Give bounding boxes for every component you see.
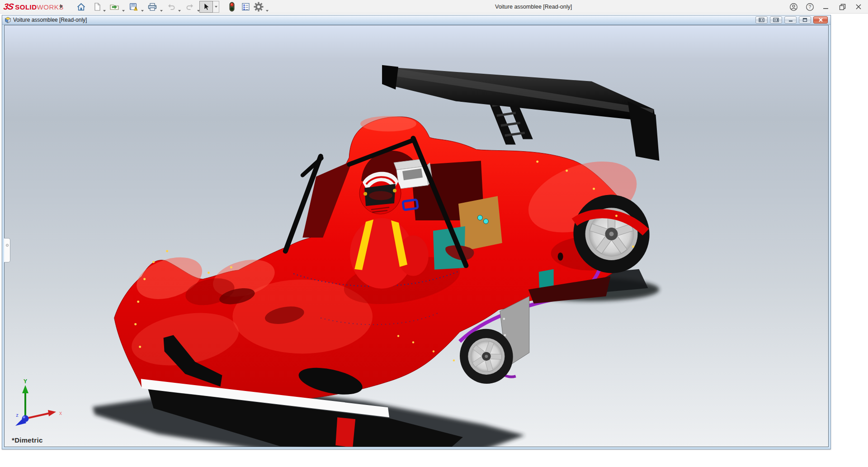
close-icon (818, 18, 823, 22)
solidworks-logo: 3S SOLID WORKS (4, 1, 64, 12)
print-icon (147, 2, 157, 11)
save-dropdown-arrow-icon[interactable] (141, 5, 144, 14)
toolbar-flyout-arrow-icon[interactable] (60, 4, 63, 9)
triad-x-label: x (59, 410, 62, 416)
help-button[interactable]: ? (802, 1, 817, 13)
account-button[interactable] (786, 1, 801, 13)
undo-dropdown-arrow-icon[interactable] (178, 5, 181, 14)
document-minimize-button[interactable] (784, 16, 797, 24)
save-button[interactable] (127, 1, 139, 12)
document-titlebar[interactable]: Voiture assomblee [Read-only] (2, 15, 830, 25)
rebuild-button[interactable] (226, 1, 238, 12)
gear-icon (254, 2, 264, 12)
redo-button[interactable] (184, 1, 196, 12)
assembly-document-icon (5, 17, 11, 24)
open-button[interactable] (108, 1, 120, 12)
pane-right-button[interactable] (770, 16, 782, 24)
document-restore-button[interactable] (799, 16, 811, 24)
undo-button[interactable] (165, 1, 177, 12)
restore-button[interactable] (835, 1, 850, 13)
minimize-icon (788, 18, 793, 22)
document-close-button[interactable] (813, 16, 828, 24)
home-icon (76, 2, 86, 12)
select-cursor-icon (202, 2, 210, 11)
svg-text:?: ? (808, 5, 811, 10)
file-properties-button[interactable] (240, 1, 251, 12)
minimize-button[interactable] (818, 1, 834, 13)
new-document-button[interactable] (91, 1, 103, 12)
pane-left-button[interactable] (755, 16, 768, 24)
triad-z-label: z (16, 412, 19, 418)
close-button[interactable] (851, 1, 866, 13)
undo-icon (166, 2, 176, 11)
new-document-icon (93, 2, 102, 11)
orientation-triad: Y x z (12, 378, 66, 428)
brand-solid-text: SOLID (15, 3, 37, 11)
select-tool-button[interactable] (199, 1, 213, 13)
feature-manager-collapsed-tab[interactable] (4, 238, 10, 262)
view-orientation-label: *Dimetric (12, 436, 43, 444)
account-icon (789, 3, 798, 11)
brand-works-text: WORKS (37, 3, 64, 11)
print-dropdown-arrow-icon[interactable] (160, 5, 163, 14)
close-icon (855, 4, 862, 10)
graphics-area[interactable]: Y x z *Dimetric (4, 25, 829, 447)
open-dropdown-arrow-icon[interactable] (122, 5, 125, 14)
app-titlebar[interactable]: 3S SOLID WORKS (0, 0, 868, 14)
solidworks-3ds-mark-icon: 3S (3, 2, 14, 12)
file-properties-icon (241, 2, 250, 11)
help-icon: ? (806, 3, 814, 11)
options-button[interactable] (253, 1, 264, 12)
car-3d-model (5, 25, 828, 447)
redo-icon (185, 2, 195, 11)
home-button[interactable] (75, 1, 87, 12)
pane-left-icon (759, 18, 764, 22)
window-title: Voiture assomblee [Read-only] (495, 4, 572, 10)
minimize-icon (823, 4, 829, 10)
restore-icon (839, 4, 846, 10)
restore-icon (802, 18, 807, 22)
traffic-light-icon (229, 2, 235, 12)
pane-tab-handle-icon (6, 244, 9, 247)
new-dropdown-arrow-icon[interactable] (103, 5, 106, 14)
save-floppy-icon (129, 2, 138, 12)
options-dropdown-arrow-icon[interactable] (266, 5, 269, 14)
document-window: Voiture assomblee [Read-only] (2, 15, 831, 449)
select-dropdown-arrow-icon[interactable] (213, 1, 219, 13)
document-title: Voiture assomblee [Read-only] (13, 17, 87, 23)
pane-right-icon (773, 18, 779, 22)
triad-y-label: Y (24, 378, 27, 385)
open-folder-icon (109, 2, 119, 11)
print-button[interactable] (146, 1, 158, 12)
